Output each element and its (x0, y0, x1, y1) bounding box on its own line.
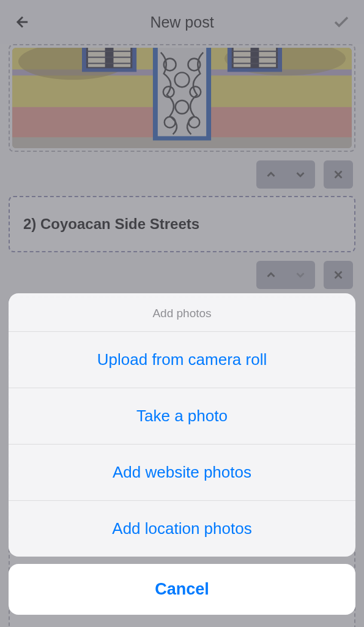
action-sheet: Add photos Upload from camera roll Take … (0, 293, 364, 627)
upload-camera-roll-button[interactable]: Upload from camera roll (9, 332, 355, 388)
add-location-photos-button[interactable]: Add location photos (9, 501, 355, 557)
action-sheet-options: Add photos Upload from camera roll Take … (9, 293, 355, 557)
take-photo-button[interactable]: Take a photo (9, 388, 355, 445)
cancel-button[interactable]: Cancel (9, 564, 355, 615)
add-website-photos-button[interactable]: Add website photos (9, 445, 355, 501)
action-sheet-title: Add photos (9, 293, 355, 332)
